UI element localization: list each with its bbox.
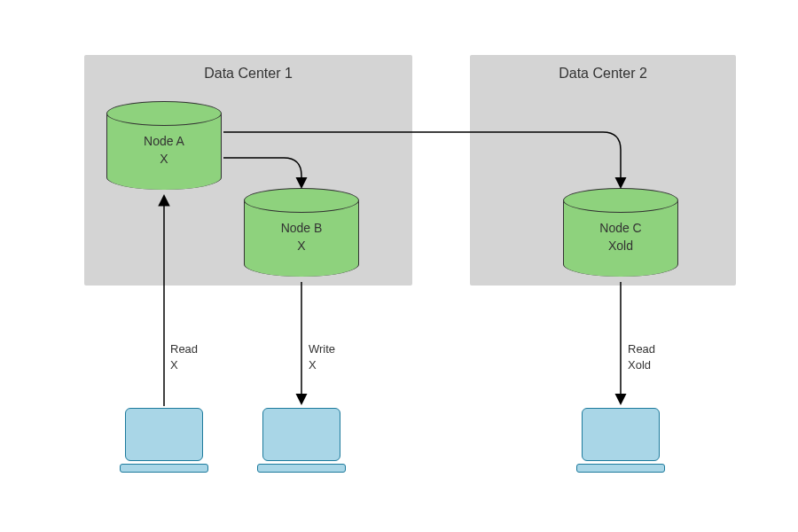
node-c-value: Xold [608,239,633,253]
laptop-screen-icon [582,408,660,461]
cylinder-top-icon [244,188,359,213]
datacenter-1-title: Data Center 1 [84,66,412,82]
edge-value: Xold [628,358,651,372]
node-c-name: Node C [599,221,641,235]
laptop-base-icon [120,464,208,473]
node-c: Node C Xold [563,200,678,277]
edge-value: X [170,358,178,372]
edge-op: Read [628,342,655,356]
edge-write-x-label: Write X [309,341,362,373]
cylinder-top-icon [563,188,678,213]
node-a: Node A X [106,113,222,190]
edge-read-xold-label: Read Xold [628,341,681,373]
edge-value: X [309,358,317,372]
edge-op: Read [170,342,198,356]
datacenter-2-title: Data Center 2 [470,66,736,82]
edge-read-x-label: Read X [170,341,223,373]
node-a-value: X [160,152,168,166]
client-2-laptop [257,408,346,477]
laptop-base-icon [576,464,665,473]
cylinder-top-icon [106,101,222,126]
node-b-name: Node B [281,221,323,235]
node-b: Node B X [244,200,359,277]
node-a-name: Node A [144,134,184,148]
client-3-laptop [576,408,665,477]
node-b-value: X [297,239,305,253]
edge-op: Write [309,342,335,356]
client-1-laptop [120,408,208,477]
laptop-screen-icon [125,408,203,461]
laptop-screen-icon [262,408,340,461]
laptop-base-icon [257,464,346,473]
